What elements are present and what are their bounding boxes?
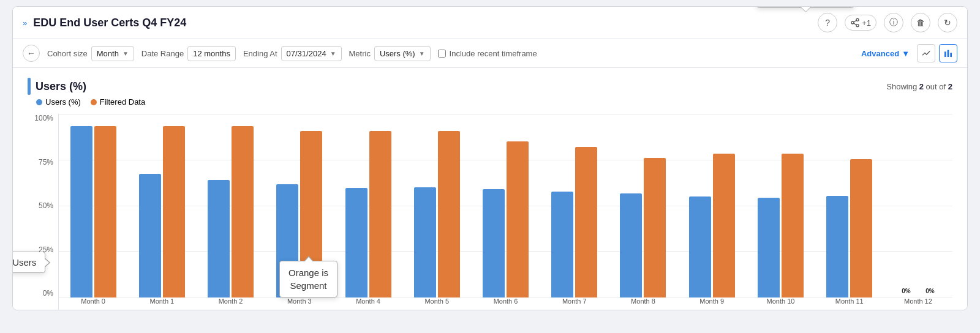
legend-orange: Filtered Data (91, 97, 145, 107)
x-label-5: Month 5 (402, 297, 471, 310)
annotation-blue-users: Blue is All Users (12, 252, 45, 273)
orange-bar-label-12: 0% (925, 288, 934, 294)
metric-select[interactable]: Users (%) ▼ (374, 46, 431, 61)
showing-out-of: out of (926, 82, 946, 91)
date-range-label: Date Range (141, 49, 184, 58)
refresh-button[interactable]: ↻ (938, 13, 957, 32)
annotation-orange-text: Orange isSegment (288, 268, 328, 291)
orange-bar-1[interactable]: 100% (163, 126, 185, 297)
orange-bar-7[interactable]: 87.88% (575, 147, 597, 297)
header-icons: ? +1 ⓘ 🗑 ↻ (818, 13, 957, 32)
blue-bar-label-2: 68.49% (208, 169, 229, 176)
help-button[interactable]: ? (818, 13, 837, 32)
month-group-9: 59.05%83.87% (677, 154, 746, 297)
ending-at-chevron-icon: ▼ (330, 50, 336, 57)
metric-chevron-icon: ▼ (419, 50, 425, 57)
chart-header: Users (%) Showing 2 out of 2 (28, 78, 952, 95)
cohort-chevron-icon: ▼ (123, 50, 129, 57)
chart-title: Users (%) (36, 80, 86, 93)
orange-bar-9[interactable]: 83.87% (713, 154, 735, 297)
advanced-button[interactable]: Advanced ▼ (861, 49, 910, 58)
showing-total: 2 (948, 82, 952, 91)
month-group-10: 58.2%83.87% (746, 154, 815, 297)
legend-orange-label: Filtered Data (100, 97, 145, 107)
date-range-select[interactable]: 12 months (187, 46, 236, 61)
blue-bar-10[interactable]: 58.2% (758, 198, 780, 297)
blue-bar-6[interactable]: 63.14% (483, 189, 505, 297)
x-label-10: Month 10 (746, 297, 815, 310)
orange-bar-8[interactable]: 81.25% (644, 158, 666, 297)
orange-bar-label-10: 83.87% (782, 143, 803, 149)
metric-group: Metric Users (%) ▼ (349, 46, 431, 61)
blue-bar-2[interactable]: 68.49% (208, 180, 230, 297)
month-group-11: 59.46%80.65% (815, 159, 884, 297)
month-group-7: 61.93%87.88% (540, 147, 609, 297)
view-toggle-group (917, 44, 957, 62)
orange-bar-11[interactable]: 80.65% (850, 159, 872, 297)
svg-line-3 (854, 23, 857, 25)
y-label-0: 0% (43, 289, 53, 297)
include-timeframe-checkbox[interactable] (438, 50, 446, 58)
chart-container: Users (%) Showing 2 out of 2 Users (%) F… (13, 68, 967, 310)
month-group-6: 63.14%90.91% (471, 141, 540, 297)
blue-bar-9[interactable]: 59.05% (689, 196, 711, 297)
bar-chart-button[interactable] (939, 44, 957, 62)
bars-row: 100%100%72.25%100%68.49%100%66.08%96.97%… (59, 114, 952, 297)
cohort-size-value: Month (97, 49, 119, 58)
blue-bar-label-11: 59.46% (827, 185, 848, 192)
x-label-1: Month 1 (127, 297, 196, 310)
legend-blue-label: Users (%) (45, 97, 81, 107)
blue-bar-1[interactable]: 72.25% (139, 174, 161, 297)
info-button[interactable]: ⓘ (884, 13, 903, 32)
orange-bar-label-6: 90.91% (507, 130, 528, 137)
blue-bar-label-0: 100% (74, 115, 89, 122)
x-label-8: Month 8 (609, 297, 677, 310)
orange-bar-label-4: 96.97% (370, 120, 391, 127)
x-label-9: Month 9 (677, 297, 746, 310)
blue-bar-11[interactable]: 59.46% (826, 196, 848, 297)
month-group-5: 64.26%96.97% (402, 131, 471, 297)
cohort-size-select[interactable]: Month ▼ (91, 46, 134, 61)
x-label-4: Month 4 (334, 297, 402, 310)
blue-bar-label-1: 72.25% (140, 163, 160, 170)
orange-bar-label-5: 96.97% (439, 120, 459, 127)
blue-bar-label-6: 63.14% (483, 178, 504, 185)
orange-bar-10[interactable]: 83.87% (782, 154, 804, 297)
line-chart-button[interactable] (917, 44, 935, 62)
blue-bar-7[interactable]: 61.93% (551, 192, 573, 297)
blue-dot (36, 99, 42, 105)
svg-line-4 (854, 20, 857, 22)
legend-blue: Users (%) (36, 97, 81, 107)
delete-button[interactable]: 🗑 (911, 13, 930, 32)
orange-bar-label-0: 100% (97, 115, 113, 122)
chart-area: 100% 75% 50% 25% 0% 100%100%72.25%100%68… (28, 114, 952, 310)
toolbar: ← Cohort size Month ▼ Date Range 12 mont… (13, 39, 967, 68)
blue-bar-0[interactable]: 100% (70, 126, 92, 297)
orange-bar-0[interactable]: 100% (94, 126, 116, 297)
ending-at-select[interactable]: 07/31/2024 ▼ (281, 46, 342, 61)
chart-legend: Users (%) Filtered Data (28, 97, 952, 107)
back-button[interactable]: ← (23, 45, 40, 62)
share-button[interactable]: +1 (845, 15, 876, 31)
y-label-100: 100% (34, 114, 53, 122)
orange-bar-label-8: 81.25% (645, 147, 666, 154)
orange-bar-5[interactable]: 96.97% (438, 131, 460, 297)
blue-bar-5[interactable]: 64.26% (414, 187, 436, 297)
x-label-6: Month 6 (471, 297, 540, 310)
orange-bar-6[interactable]: 90.91% (507, 141, 529, 297)
orange-bar-4[interactable]: 96.97% (369, 131, 391, 297)
chart-inner: 100%100%72.25%100%68.49%100%66.08%96.97%… (58, 114, 952, 310)
x-label-0: Month 0 (59, 297, 127, 310)
cohort-size-label: Cohort size (47, 49, 88, 58)
cohort-size-group: Cohort size Month ▼ (47, 46, 134, 61)
showing-info: Showing 2 out of 2 (886, 82, 952, 91)
blue-bar-8[interactable]: 60.58% (620, 193, 642, 297)
svg-rect-6 (948, 50, 949, 57)
share-icon (850, 18, 860, 28)
header-bar: » EDU End User Certs Q4 FY24 Timeframe o… (13, 7, 967, 39)
ending-at-label: Ending At (243, 49, 277, 58)
orange-bar-2[interactable]: 100% (232, 126, 254, 297)
include-timeframe-group: Include recent timeframe (438, 49, 537, 58)
blue-bar-4[interactable]: 63.89% (345, 188, 368, 297)
orange-dot (91, 99, 97, 105)
